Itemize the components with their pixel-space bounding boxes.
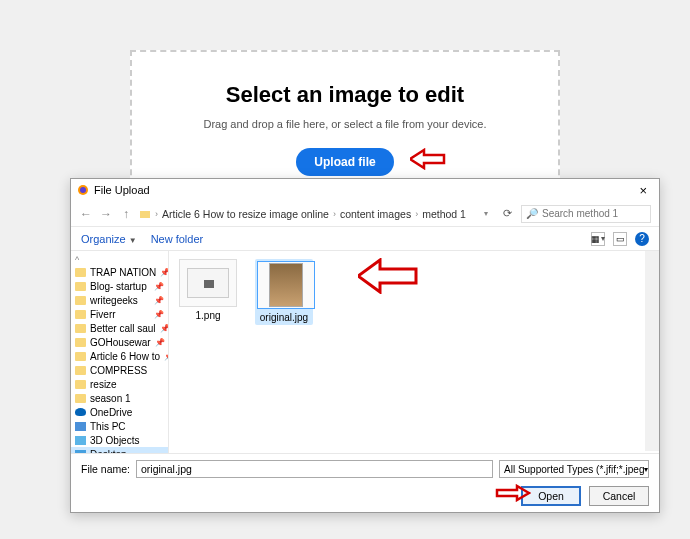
folder-icon — [75, 380, 86, 389]
scrollbar[interactable] — [645, 251, 659, 451]
pin-icon: 📌 — [155, 338, 165, 347]
organize-menu[interactable]: Organize ▼ — [81, 233, 137, 245]
nav-up-button[interactable]: ↑ — [119, 207, 133, 221]
tree-item-label: Fiverr — [90, 309, 116, 320]
dialog-toolbar: Organize ▼ New folder ▦▾ ▭ ? — [71, 227, 659, 251]
folder-icon — [75, 366, 86, 375]
nav-back-button[interactable]: ← — [79, 207, 93, 221]
svg-point-2 — [80, 187, 86, 193]
tree-item-label: 3D Objects — [90, 435, 139, 446]
tree-item-label: writegeeks — [90, 295, 138, 306]
folder-icon — [139, 208, 151, 220]
tree-item-label: This PC — [90, 421, 126, 432]
folder-icon — [75, 268, 86, 277]
filename-input[interactable] — [136, 460, 493, 478]
file-upload-dialog: File Upload × ← → ↑ › Article 6 How to r… — [70, 178, 660, 513]
firefox-icon — [77, 184, 89, 196]
annotation-arrow-file — [358, 258, 418, 294]
search-input[interactable] — [542, 208, 646, 219]
thumbnail-icon — [269, 263, 303, 307]
tree-item[interactable]: Blog- startup📌 — [71, 279, 168, 293]
preview-pane-button[interactable]: ▭ — [613, 232, 627, 246]
folder-icon — [75, 296, 86, 305]
tree-item-label: COMPRESS — [90, 365, 147, 376]
pin-icon: 📌 — [154, 310, 164, 319]
tree-item[interactable]: Better call saul📌 — [71, 321, 168, 335]
search-icon: 🔎 — [526, 208, 538, 219]
tree-item[interactable]: TRAP NATION📌 — [71, 265, 168, 279]
upload-subtext: Drag and drop a file here, or select a f… — [132, 118, 558, 130]
annotation-arrow-upload — [410, 148, 446, 170]
nav-forward-button[interactable]: → — [99, 207, 113, 221]
pin-icon: 📌 — [160, 268, 168, 277]
dialog-title: File Upload — [94, 184, 150, 196]
file-item[interactable]: original.jpg — [255, 259, 313, 325]
new-folder-button[interactable]: New folder — [151, 233, 204, 245]
annotation-arrow-open — [495, 484, 531, 502]
collapse-caret-icon: ^ — [75, 255, 79, 265]
tree-item[interactable]: Desktop — [71, 447, 168, 453]
tree-item-label: GOHousewar — [90, 337, 151, 348]
svg-marker-5 — [497, 486, 529, 500]
view-options-button[interactable]: ▦▾ — [591, 232, 605, 246]
tree-item-label: TRAP NATION — [90, 267, 156, 278]
pin-icon: 📌 — [154, 296, 164, 305]
breadcrumb-segment[interactable]: Article 6 How to resize image online — [162, 208, 329, 220]
pin-icon: 📌 — [164, 352, 168, 361]
folder-icon — [75, 282, 86, 291]
breadcrumb-segment[interactable]: method 1 — [422, 208, 466, 220]
svg-marker-0 — [410, 150, 444, 168]
file-type-filter[interactable]: All Supported Types (*.jfif;*.jpeg▾ — [499, 460, 649, 478]
tree-item-label: season 1 — [90, 393, 131, 404]
tree-item-label: Desktop — [90, 449, 127, 454]
tree-item[interactable]: OneDrive — [71, 405, 168, 419]
folder-icon — [75, 352, 86, 361]
file-item[interactable]: 1.png — [179, 259, 237, 321]
tree-item-label: Blog- startup — [90, 281, 147, 292]
dialog-titlebar: File Upload × — [71, 179, 659, 201]
upload-file-button[interactable]: Upload file — [296, 148, 393, 176]
search-box[interactable]: 🔎 — [521, 205, 651, 223]
tree-item[interactable]: 3D Objects — [71, 433, 168, 447]
obj-icon — [75, 436, 86, 445]
tree-item[interactable]: resize — [71, 377, 168, 391]
file-name-label: original.jpg — [257, 312, 311, 323]
filename-label: File name: — [81, 463, 130, 475]
svg-marker-4 — [358, 260, 416, 292]
tree-item-label: resize — [90, 379, 117, 390]
folder-tree[interactable]: ^ TRAP NATION📌Blog- startup📌writegeeks📌F… — [71, 251, 169, 453]
svg-rect-3 — [140, 211, 150, 218]
tree-item-label: Better call saul — [90, 323, 156, 334]
pin-icon: 📌 — [154, 282, 164, 291]
pc-icon — [75, 422, 86, 431]
help-button[interactable]: ? — [635, 232, 649, 246]
tree-item-label: OneDrive — [90, 407, 132, 418]
pin-icon: 📌 — [160, 324, 168, 333]
tree-item[interactable]: season 1 — [71, 391, 168, 405]
tree-item[interactable]: This PC — [71, 419, 168, 433]
upload-heading: Select an image to edit — [132, 82, 558, 108]
onedrive-icon — [75, 408, 86, 416]
tree-item[interactable]: COMPRESS — [71, 363, 168, 377]
breadcrumb-segment[interactable]: content images — [340, 208, 411, 220]
file-name-label: 1.png — [179, 310, 237, 321]
folder-icon — [75, 310, 86, 319]
close-button[interactable]: × — [633, 183, 653, 198]
cancel-button[interactable]: Cancel — [589, 486, 649, 506]
dialog-navbar: ← → ↑ › Article 6 How to resize image on… — [71, 201, 659, 227]
desk-icon — [75, 450, 86, 454]
tree-item[interactable]: GOHousewar📌 — [71, 335, 168, 349]
thumbnail-icon — [187, 268, 229, 298]
folder-icon — [75, 338, 86, 347]
tree-item[interactable]: writegeeks📌 — [71, 293, 168, 307]
folder-icon — [75, 394, 86, 403]
breadcrumb-dropdown[interactable]: ▾ — [479, 209, 493, 218]
tree-item-label: Article 6 How to — [90, 351, 160, 362]
breadcrumb[interactable]: › Article 6 How to resize image online ›… — [139, 208, 473, 220]
folder-icon — [75, 324, 86, 333]
tree-item[interactable]: Article 6 How to📌 — [71, 349, 168, 363]
dialog-footer: File name: All Supported Types (*.jfif;*… — [71, 453, 659, 514]
refresh-button[interactable]: ⟳ — [499, 207, 515, 220]
tree-item[interactable]: Fiverr📌 — [71, 307, 168, 321]
